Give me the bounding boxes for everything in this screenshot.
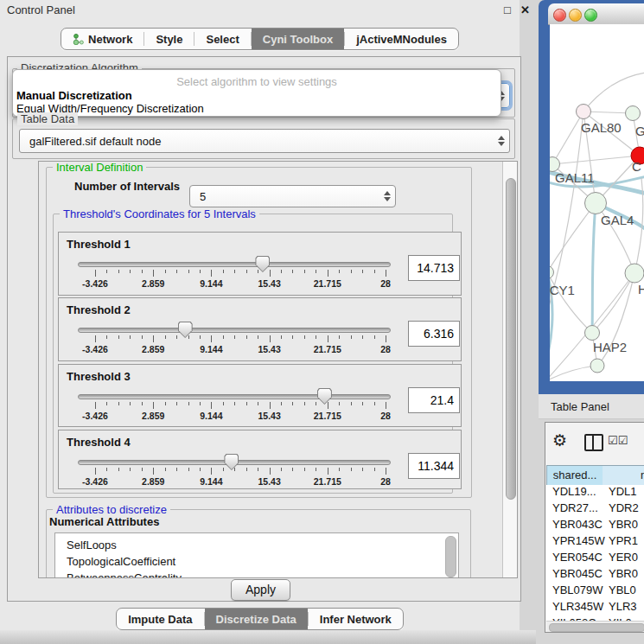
- tab-style[interactable]: Style: [144, 29, 194, 49]
- slider-track[interactable]: [78, 262, 391, 267]
- network-node[interactable]: [550, 266, 554, 279]
- network-edge[interactable]: [552, 156, 640, 164]
- network-node[interactable]: [626, 106, 641, 121]
- tick: [153, 270, 154, 277]
- attributes-group-title: Attributes to discretize: [53, 503, 170, 516]
- table-row[interactable]: YER054CYER0: [546, 551, 644, 567]
- top-tabbar: NetworkStyleSelectCyni ToolboxjActiveMNo…: [0, 28, 520, 50]
- network-window-titlebar[interactable]: [548, 3, 644, 25]
- tick: [200, 270, 201, 273]
- select-columns-icon[interactable]: ☑☑: [608, 434, 628, 447]
- tick: [223, 335, 224, 339]
- tick-label: 28: [380, 476, 391, 487]
- table-row[interactable]: YDL19...YDL1: [546, 485, 644, 501]
- tick: [270, 402, 271, 409]
- number-of-intervals-combobox[interactable]: 5: [189, 185, 396, 207]
- network-node[interactable]: [590, 359, 604, 373]
- network-edge[interactable]: [550, 203, 596, 272]
- attribute-item[interactable]: TopologicalCoefficient: [67, 553, 175, 570]
- float-window-icon[interactable]: □: [504, 4, 511, 16]
- split-view-icon[interactable]: [584, 434, 603, 451]
- tab-select[interactable]: Select: [194, 29, 250, 49]
- window-bottom-edge: [0, 630, 536, 644]
- network-edge[interactable]: [583, 73, 644, 112]
- tick: [362, 402, 363, 405]
- attribute-item[interactable]: BetweennessCentrality: [67, 570, 182, 578]
- close-traffic-light[interactable]: [553, 9, 566, 22]
- table-data-group-title: Table Data: [17, 112, 78, 125]
- table-row[interactable]: YPR145WYPR1: [546, 534, 644, 551]
- table-row[interactable]: YDR27...YDR2: [546, 501, 644, 518]
- table-hscrollbar[interactable]: [546, 621, 644, 632]
- table-row[interactable]: YBR045CYBR0: [546, 567, 644, 583]
- slider-track[interactable]: [78, 394, 391, 399]
- network-edge[interactable]: [550, 272, 592, 333]
- panel-scrollbar[interactable]: [502, 162, 517, 577]
- threshold-value-field[interactable]: 14.713: [408, 255, 460, 281]
- close-icon[interactable]: ✕: [520, 4, 530, 16]
- tab-impute-data[interactable]: Impute Data: [117, 609, 203, 629]
- network-edge[interactable]: [592, 203, 596, 333]
- numerical-attributes-list[interactable]: SelfLoopsTopologicalCoefficientBetweenne…: [54, 532, 459, 578]
- tab-jactivemnodules[interactable]: jActiveMNodules: [345, 29, 458, 49]
- tick: [118, 270, 119, 273]
- slider-track[interactable]: [78, 328, 391, 333]
- threshold-value-field[interactable]: 6.316: [408, 321, 460, 347]
- table-data-combobox[interactable]: galFiltered.sif default node: [19, 129, 510, 153]
- network-node[interactable]: [585, 326, 600, 341]
- column-header-shared[interactable]: shared...: [546, 465, 603, 486]
- zoom-traffic-light[interactable]: [584, 9, 597, 22]
- table-panel: ⚙ ☑☑ shared... n YDL19...YDL1YDR27...YDR…: [545, 422, 644, 633]
- tick-label: 2.859: [142, 411, 164, 421]
- tick: [304, 270, 305, 273]
- network-node[interactable]: [625, 264, 644, 283]
- tick: [328, 270, 328, 277]
- tab-group: NetworkStyleSelectCyni ToolboxjActiveMNo…: [61, 28, 459, 50]
- slider-tick-labels: -3.4262.8599.14415.4321.71528: [95, 476, 386, 487]
- cell-shared-name: YDL19...: [552, 485, 596, 498]
- apply-button[interactable]: Apply: [231, 579, 290, 601]
- slider-tick-labels: -3.4262.8599.14415.4321.71528: [95, 278, 386, 289]
- column-header-name[interactable]: n: [603, 465, 644, 486]
- tick: [188, 270, 189, 273]
- bottom-tab-group: Impute DataDiscretize DataInfer Network: [116, 608, 404, 630]
- tick: [165, 468, 166, 471]
- network-node[interactable]: [577, 105, 591, 119]
- table-hscrollbar-thumb[interactable]: [549, 623, 644, 632]
- network-icon: [73, 34, 84, 45]
- tab-label: jActiveMNodules: [356, 33, 447, 46]
- tab-infer-network[interactable]: Infer Network: [309, 609, 403, 629]
- threshold-panel: Threshold 4 -3.4262.8599.14415.4321.7152…: [58, 430, 462, 489]
- tick: [118, 402, 119, 405]
- table-row[interactable]: YBL079WYBL0: [546, 583, 644, 600]
- cell-name: YDR2: [609, 501, 639, 514]
- node-label: GCY1: [550, 283, 575, 297]
- threshold-value-field[interactable]: 11.344: [408, 453, 460, 479]
- slider-ticks: [95, 402, 386, 411]
- tick-label: 28: [380, 411, 391, 421]
- attribute-item[interactable]: SelfLoops: [67, 537, 117, 553]
- dropdown-option[interactable]: Manual Discretization: [16, 89, 132, 102]
- table-row[interactable]: YLR345WYLR3: [546, 600, 644, 616]
- tick: [211, 468, 212, 475]
- gear-icon[interactable]: ⚙: [552, 430, 567, 450]
- network-canvas[interactable]: GAL80GACGAL11GAL4GCY1HHAP2: [550, 24, 644, 381]
- table-row[interactable]: YBR043CYBR0: [546, 518, 644, 534]
- tick: [246, 468, 247, 471]
- threshold-value-field[interactable]: 21.4: [408, 387, 460, 413]
- tick: [374, 335, 375, 339]
- minimize-traffic-light[interactable]: [569, 9, 582, 22]
- tab-cyni-toolbox[interactable]: Cyni Toolbox: [252, 29, 344, 49]
- list-scrollbar[interactable]: [445, 536, 456, 577]
- tick: [142, 335, 143, 339]
- tab-network[interactable]: Network: [61, 29, 143, 49]
- tab-discretize-data[interactable]: Discretize Data: [205, 609, 308, 629]
- tick: [351, 402, 352, 405]
- network-node[interactable]: [585, 193, 607, 214]
- tick-label: 15.43: [258, 278, 280, 289]
- tick: [258, 335, 258, 339]
- tick: [270, 468, 271, 475]
- panel-scrollbar-thumb[interactable]: [506, 178, 516, 500]
- cell-shared-name: YDR27...: [552, 501, 598, 514]
- tick-label: -3.426: [82, 476, 108, 487]
